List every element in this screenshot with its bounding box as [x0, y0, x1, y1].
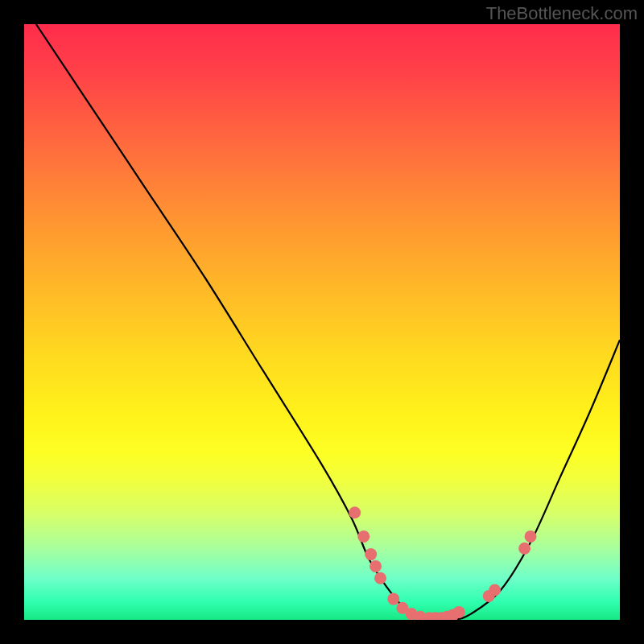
curve-marker [365, 548, 377, 560]
curve-marker [441, 611, 453, 620]
curve-marker [429, 612, 441, 620]
curve-path [36, 24, 620, 620]
curve-marker [357, 530, 369, 543]
curve-marker [525, 530, 537, 543]
curve-markers [349, 506, 536, 620]
curve-marker [369, 560, 382, 572]
curve-marker [436, 612, 448, 620]
curve-marker [489, 584, 501, 597]
chart-plot-area [24, 24, 620, 620]
curve-marker [406, 608, 418, 620]
curve-marker [518, 543, 530, 555]
curve-marker [415, 611, 427, 620]
curve-marker [349, 506, 361, 518]
curve-marker [396, 602, 408, 614]
curve-marker [374, 572, 386, 584]
watermark-text: TheBottleneck.com [486, 3, 638, 24]
curve-marker [447, 609, 459, 620]
curve-marker [423, 612, 436, 620]
curve-marker [483, 590, 495, 602]
bottleneck-curve [24, 24, 620, 620]
curve-marker [387, 593, 399, 605]
curve-marker [453, 606, 465, 618]
